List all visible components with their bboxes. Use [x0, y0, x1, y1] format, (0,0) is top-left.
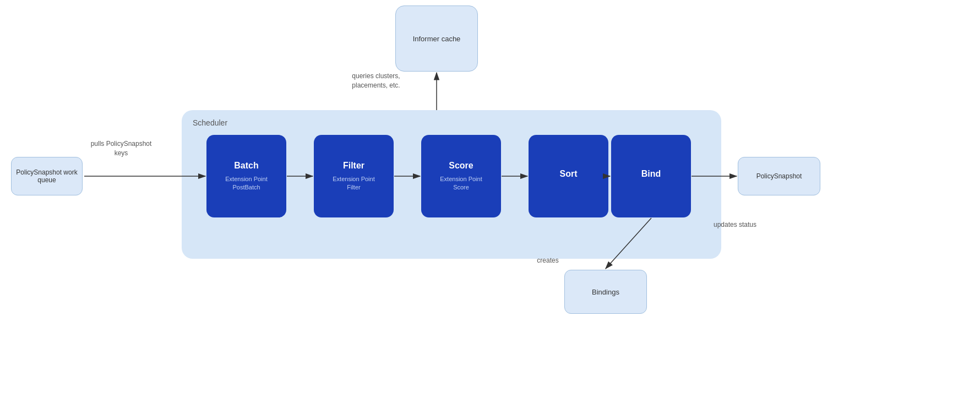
scheduler-label: Scheduler — [193, 118, 227, 127]
policy-snapshot-queue-label: PolicySnapshot work queue — [12, 168, 82, 184]
diagram-container: Informer cache PolicySnapshot work queue… — [0, 0, 980, 403]
policy-snapshot-queue-box: PolicySnapshot work queue — [11, 157, 83, 195]
step-batch-title: Batch — [234, 161, 258, 171]
label-queries: queries clusters, placements, etc. — [351, 72, 401, 90]
step-batch-sub: Extension PointPostBatch — [225, 175, 267, 192]
step-filter-sub: Extension PointFilter — [333, 175, 374, 192]
step-filter-title: Filter — [343, 161, 364, 171]
step-score-title: Score — [449, 161, 473, 171]
label-pulls: pulls PolicySnapshot keys — [88, 139, 154, 158]
informer-cache-box: Informer cache — [395, 6, 478, 72]
policy-snapshot-out-box: PolicySnapshot — [738, 157, 820, 195]
bindings-label: Bindings — [592, 288, 619, 296]
step-bind: Bind — [611, 135, 691, 217]
bindings-box: Bindings — [564, 270, 647, 314]
policy-snapshot-out-label: PolicySnapshot — [756, 172, 802, 180]
step-score-sub: Extension PointScore — [440, 175, 482, 192]
label-updates: updates status — [710, 220, 760, 230]
informer-cache-label: Informer cache — [413, 35, 461, 43]
step-bind-title: Bind — [641, 169, 661, 179]
label-creates: creates — [526, 256, 570, 265]
step-sort: Sort — [529, 135, 608, 217]
step-filter: Filter Extension PointFilter — [314, 135, 394, 217]
step-score: Score Extension PointScore — [421, 135, 501, 217]
step-batch: Batch Extension PointPostBatch — [206, 135, 286, 217]
step-sort-title: Sort — [560, 169, 578, 179]
